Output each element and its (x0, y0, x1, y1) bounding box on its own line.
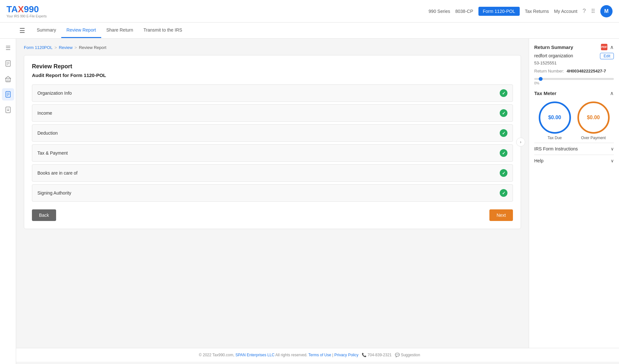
return-number-value: 4H0034822225427-7 (566, 69, 606, 73)
progress-bar-container (534, 78, 614, 80)
tax-due-label: Tax Due (539, 136, 571, 140)
nav-form-1120-pol[interactable]: Form 1120-POL (478, 7, 520, 16)
user-avatar[interactable]: M (600, 5, 613, 17)
tab-share-return[interactable]: Share Return (101, 23, 138, 38)
return-summary-title: Return Summary (534, 44, 573, 50)
panel-buttons: Back Next (32, 209, 513, 221)
accordion-label-income: Income (37, 110, 500, 116)
svg-rect-5 (7, 80, 9, 82)
irs-instructions-chevron: ∨ (611, 146, 614, 151)
header-nav: 990 Series 8038-CP Form 1120-POL Tax Ret… (428, 5, 613, 17)
logo-subtitle: Your IRS 990 E-File Experts (6, 14, 47, 18)
accordion-organization-info[interactable]: Organization Info ✓ (32, 84, 513, 102)
breadcrumb-review[interactable]: Review (59, 45, 73, 50)
check-income: ✓ (500, 109, 507, 117)
breadcrumb-current: Review Report (79, 45, 106, 50)
accordion-label-deduction: Deduction (37, 130, 500, 136)
back-button[interactable]: Back (32, 209, 56, 221)
accordion-income[interactable]: Income ✓ (32, 104, 513, 122)
nav-8038-cp[interactable]: 8038-CP (455, 9, 473, 14)
tab-summary[interactable]: Summary (32, 23, 61, 38)
breadcrumb: Form 1120POL > Review > Review Report (24, 45, 521, 50)
tab-transmit-irs[interactable]: Transmit to the IRS (138, 23, 187, 38)
footer-copyright: © 2022 Tax990.com, (199, 353, 234, 357)
share-doc-icon[interactable] (2, 104, 14, 116)
content-wrapper: Form 1120POL > Review > Review Report Re… (16, 39, 529, 348)
breadcrumb-form[interactable]: Form 1120POL (24, 45, 53, 50)
edit-button[interactable]: Edit (600, 53, 614, 59)
tax-meter-title: Tax Meter (534, 91, 556, 96)
tax-due-circle: $0.00 (539, 101, 571, 134)
help-chevron: ∨ (611, 158, 614, 163)
accordion-tax-payment[interactable]: Tax & Payment ✓ (32, 144, 513, 162)
footer-span-link[interactable]: SPAN Enterprises LLC (235, 353, 274, 357)
accordion-label-books: Books are in care of (37, 170, 500, 176)
accordion-signing-authority[interactable]: Signing Authority ✓ (32, 184, 513, 202)
hamburger-menu[interactable]: ☰ (19, 27, 25, 34)
accordion-books[interactable]: Books are in care of ✓ (32, 164, 513, 182)
app-header: TAX990 Your IRS 990 E-File Experts 990 S… (0, 0, 619, 23)
tax-due-wrap: $0.00 Tax Due (539, 101, 571, 140)
org-row: redfort organization Edit (534, 53, 614, 59)
check-deduction: ✓ (500, 129, 507, 137)
over-payment-wrap: $0.00 Over Payment (577, 101, 610, 140)
footer: © 2022 Tax990.com, SPAN Enterprises LLC … (0, 348, 619, 362)
irs-instructions-title: IRS Form Instructions (534, 146, 578, 151)
side-icons: ☰ (0, 39, 16, 362)
nav-my-account[interactable]: My Account (554, 9, 577, 14)
nav-tax-returns[interactable]: Tax Returns (525, 9, 549, 14)
over-payment-circle: $0.00 (577, 101, 610, 134)
footer-privacy-link[interactable]: Privacy Policy (334, 353, 359, 357)
accordion-label-tax-payment: Tax & Payment (37, 150, 500, 156)
tab-review-report[interactable]: Review Report (61, 23, 101, 38)
right-sidebar: Return Summary PDF ∧ redfort organizatio… (529, 39, 619, 348)
pdf-icon: PDF (601, 44, 607, 50)
ein: 53-1525551 (534, 61, 614, 65)
irs-instructions-section[interactable]: IRS Form Instructions ∨ (534, 143, 614, 155)
progress-label: 0% (534, 81, 614, 85)
help-section[interactable]: Help ∨ (534, 155, 614, 167)
footer-terms-link[interactable]: Terms of Use (309, 353, 331, 357)
accordion-deduction[interactable]: Deduction ✓ (32, 124, 513, 142)
accordion-label-org-info: Organization Info (37, 91, 500, 96)
footer-rights: All rights reserved. (275, 353, 307, 357)
panel-collapse-btn[interactable]: › (516, 138, 525, 147)
tax-meter-header: Tax Meter ∧ (534, 90, 614, 96)
review-panel: Review Report Audit Report for Form 1120… (24, 55, 521, 229)
edit-doc-icon[interactable] (2, 88, 14, 101)
sub-nav: ☰ Summary Review Report Share Return Tra… (0, 23, 619, 39)
check-tax-payment: ✓ (500, 149, 507, 157)
logo-area: TAX990 Your IRS 990 E-File Experts (6, 4, 47, 18)
review-title: Review Report (32, 63, 513, 70)
help-icon[interactable]: ? (583, 8, 586, 14)
check-signing: ✓ (500, 189, 507, 197)
footer-suggestion: Suggestion (401, 353, 420, 357)
return-summary-collapse[interactable]: ∧ (610, 44, 614, 50)
over-payment-label: Over Payment (577, 136, 610, 140)
accordion-label-signing: Signing Authority (37, 190, 500, 196)
return-summary-header: Return Summary PDF ∧ (534, 44, 614, 50)
help-title: Help (534, 158, 544, 163)
document-icon[interactable] (2, 57, 14, 70)
return-number-row: Return Number: 4H0034822225427-7 (534, 69, 614, 73)
breadcrumb-sep-1: > (54, 45, 57, 50)
logo-text: TAX990 (6, 4, 47, 14)
main-layout: ☰ Form 1120POL > Review > Review Report (16, 39, 619, 348)
building-icon[interactable] (2, 73, 14, 85)
menu-icon[interactable]: ☰ (2, 42, 14, 54)
tax-meter-collapse[interactable]: ∧ (610, 90, 614, 96)
breadcrumb-sep-2: > (74, 45, 77, 50)
breadcrumb-area: Form 1120POL > Review > Review Report Re… (16, 39, 529, 348)
nav-990-series[interactable]: 990 Series (428, 9, 450, 14)
progress-indicator (539, 77, 543, 81)
next-button[interactable]: Next (489, 209, 513, 221)
check-org-info: ✓ (500, 89, 507, 97)
footer-phone: 704-839-2321 (368, 353, 392, 357)
org-name: redfort organization (534, 53, 573, 58)
tax-circles: $0.00 Tax Due $0.00 Over Payment (534, 101, 614, 140)
check-books: ✓ (500, 169, 507, 177)
review-subtitle: Audit Report for Form 1120-POL (32, 72, 513, 78)
grid-icon[interactable]: ⠿ (591, 8, 595, 15)
return-number-label: Return Number: (534, 69, 564, 73)
